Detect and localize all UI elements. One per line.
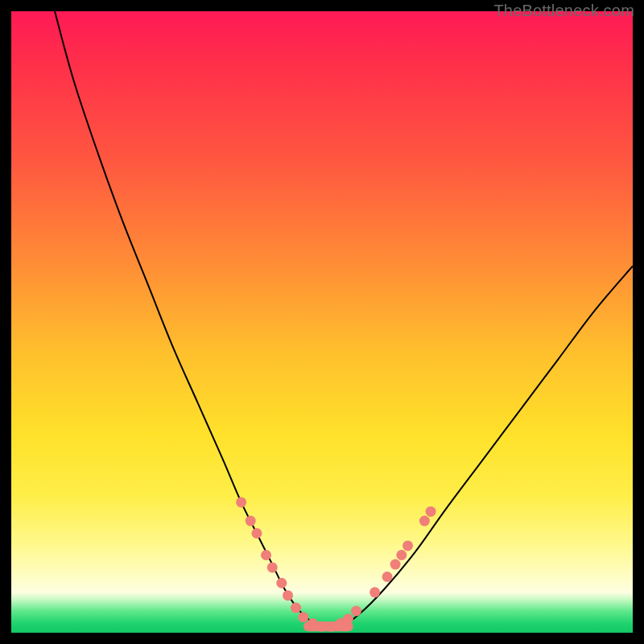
- marker-dot: [246, 516, 256, 526]
- marker-dot: [343, 614, 353, 625]
- marker-dot: [291, 603, 301, 613]
- marker-dot: [236, 497, 246, 507]
- watermark-text: TheBottleneck.com: [493, 2, 634, 20]
- marker-dot: [351, 605, 361, 616]
- marker-dot: [382, 572, 393, 582]
- marker-dot: [402, 540, 413, 551]
- marker-dot: [267, 562, 278, 572]
- marker-dot: [283, 590, 293, 601]
- chart-frame: TheBottleneck.com: [0, 0, 644, 644]
- marker-dot: [298, 612, 308, 622]
- marker-dot: [369, 587, 380, 597]
- chart-plot-area: [11, 11, 633, 633]
- marker-dot: [276, 578, 287, 588]
- marker-dot: [308, 618, 318, 629]
- marker-dot: [390, 559, 401, 570]
- marker-dot: [251, 528, 262, 539]
- chart-svg: [11, 11, 633, 633]
- marker-dot: [317, 621, 328, 632]
- marker-dot: [426, 506, 436, 517]
- bottleneck-curve: [55, 11, 633, 628]
- marker-dot: [419, 516, 430, 526]
- marker-dot: [326, 621, 336, 632]
- marker-dot: [396, 550, 407, 560]
- marker-dot: [261, 550, 271, 560]
